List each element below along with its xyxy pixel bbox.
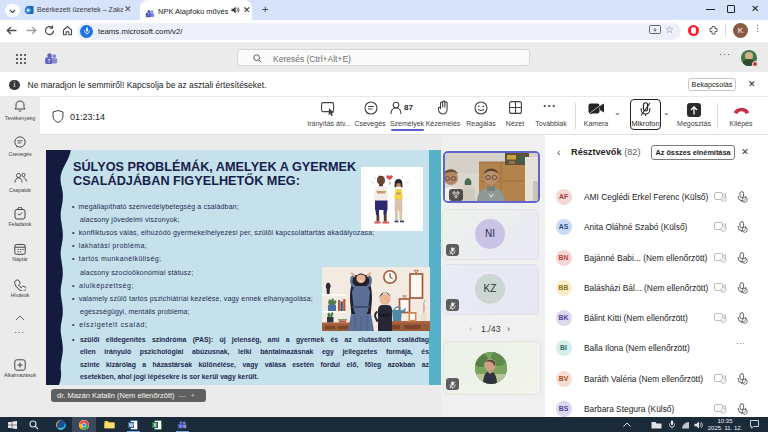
svg-text:T: T: [47, 59, 50, 64]
svg-text:T: T: [148, 13, 150, 17]
svg-text:W: W: [129, 421, 134, 427]
